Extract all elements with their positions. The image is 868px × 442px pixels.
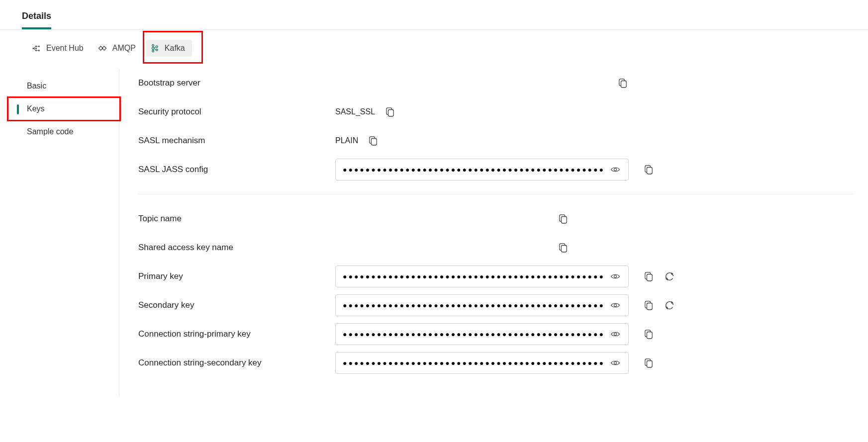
svg-line-19	[154, 49, 156, 50]
svg-rect-21	[621, 81, 626, 88]
row-conn-primary: Connection string-primary key ●●●●●●●●●●…	[138, 320, 853, 349]
svg-rect-2	[35, 48, 37, 49]
label-conn-primary: Connection string-primary key	[138, 329, 335, 339]
tab-details[interactable]: Details	[22, 11, 51, 29]
masked-value: ●●●●●●●●●●●●●●●●●●●●●●●●●●●●●●●●●●●●●●●●…	[343, 301, 604, 309]
eye-icon[interactable]	[609, 357, 621, 369]
svg-line-8	[34, 48, 35, 50]
copy-icon[interactable]	[617, 77, 629, 89]
secret-input-sasl-jass[interactable]: ●●●●●●●●●●●●●●●●●●●●●●●●●●●●●●●●●●●●●●●●…	[335, 159, 629, 180]
side-item-sample-code[interactable]: Sample code	[0, 120, 119, 143]
tab-event-hub-label: Event Hub	[46, 44, 84, 53]
tab-amqp-label: AMQP	[112, 44, 136, 53]
row-shared-access-key-name: Shared access key name	[138, 233, 853, 262]
copy-icon[interactable]	[643, 328, 655, 340]
row-sasl-mechanism: SASL mechanism PLAIN	[138, 126, 853, 155]
svg-point-12	[152, 47, 154, 49]
svg-rect-23	[388, 110, 393, 117]
svg-rect-1	[35, 46, 37, 47]
tab-kafka[interactable]: Kafka	[146, 40, 192, 57]
masked-value: ●●●●●●●●●●●●●●●●●●●●●●●●●●●●●●●●●●●●●●●●…	[343, 166, 604, 174]
refresh-icon[interactable]	[664, 270, 675, 282]
label-shared-access-key-name: Shared access key name	[138, 243, 335, 253]
svg-point-36	[614, 304, 617, 307]
tab-event-hub[interactable]: Event Hub	[27, 40, 91, 57]
side-item-basic[interactable]: Basic	[0, 75, 119, 97]
copy-icon[interactable]	[643, 270, 655, 282]
main-content: Bootstrap server Security protocol SASL_…	[119, 69, 868, 397]
eye-icon[interactable]	[609, 270, 621, 282]
svg-rect-25	[372, 139, 377, 146]
svg-line-6	[34, 46, 35, 48]
masked-value: ●●●●●●●●●●●●●●●●●●●●●●●●●●●●●●●●●●●●●●●●…	[343, 359, 604, 367]
copy-icon[interactable]	[557, 213, 569, 225]
svg-point-26	[614, 169, 617, 171]
value-security-protocol: SASL_SSL	[335, 107, 375, 116]
svg-rect-35	[647, 274, 652, 281]
svg-rect-32	[561, 246, 567, 253]
tab-kafka-label: Kafka	[165, 44, 185, 53]
eye-icon[interactable]	[609, 299, 621, 311]
label-sasl-mechanism: SASL mechanism	[138, 136, 335, 146]
svg-point-14	[156, 46, 158, 48]
side-nav: Basic Keys Sample code	[0, 69, 119, 397]
secret-input-conn-primary[interactable]: ●●●●●●●●●●●●●●●●●●●●●●●●●●●●●●●●●●●●●●●●…	[335, 323, 629, 345]
svg-rect-41	[647, 332, 652, 339]
row-conn-secondary: Connection string-secondary key ●●●●●●●●…	[138, 349, 853, 377]
refresh-icon[interactable]	[664, 299, 675, 311]
svg-rect-44	[647, 361, 652, 368]
section-divider	[138, 194, 853, 194]
masked-value: ●●●●●●●●●●●●●●●●●●●●●●●●●●●●●●●●●●●●●●●●…	[343, 272, 604, 280]
copy-icon[interactable]	[367, 135, 379, 147]
row-primary-key: Primary key ●●●●●●●●●●●●●●●●●●●●●●●●●●●●…	[138, 262, 853, 291]
masked-value: ●●●●●●●●●●●●●●●●●●●●●●●●●●●●●●●●●●●●●●●●…	[343, 330, 604, 338]
label-secondary-key: Secondary key	[138, 300, 335, 310]
eye-icon[interactable]	[609, 328, 621, 340]
secret-input-conn-secondary[interactable]: ●●●●●●●●●●●●●●●●●●●●●●●●●●●●●●●●●●●●●●●●…	[335, 352, 629, 374]
svg-line-18	[154, 47, 156, 48]
event-hub-icon	[31, 43, 41, 53]
row-bootstrap-server: Bootstrap server	[138, 69, 853, 97]
copy-icon[interactable]	[643, 299, 655, 311]
label-conn-secondary: Connection string-secondary key	[138, 358, 335, 368]
svg-point-11	[152, 44, 154, 46]
row-security-protocol: Security protocol SASL_SSL	[138, 97, 853, 126]
svg-rect-3	[35, 50, 37, 51]
svg-point-42	[614, 362, 617, 364]
eye-icon[interactable]	[609, 164, 621, 176]
row-sasl-jass-config: SASL JASS config ●●●●●●●●●●●●●●●●●●●●●●●…	[138, 155, 853, 184]
svg-rect-4	[38, 46, 40, 47]
copy-icon[interactable]	[643, 357, 655, 369]
kafka-icon	[150, 43, 160, 53]
value-sasl-mechanism: PLAIN	[335, 136, 358, 145]
svg-point-33	[614, 275, 617, 278]
svg-rect-5	[38, 50, 40, 51]
label-primary-key: Primary key	[138, 271, 335, 281]
tab-amqp[interactable]: AMQP	[94, 40, 143, 57]
copy-icon[interactable]	[557, 242, 569, 254]
svg-rect-30	[561, 217, 567, 224]
side-item-keys[interactable]: Keys	[0, 97, 119, 120]
label-bootstrap-server: Bootstrap server	[138, 78, 335, 88]
svg-point-15	[156, 49, 158, 51]
svg-rect-0	[33, 48, 34, 49]
svg-point-39	[614, 333, 617, 336]
label-sasl-jass-config: SASL JASS config	[138, 165, 335, 175]
copy-icon[interactable]	[643, 164, 655, 176]
amqp-icon	[97, 43, 107, 53]
svg-rect-28	[647, 168, 652, 175]
label-security-protocol: Security protocol	[138, 107, 335, 117]
label-topic-name: Topic name	[138, 214, 335, 224]
protocol-tabs: Event Hub AMQP Kafka	[0, 30, 868, 69]
row-secondary-key: Secondary key ●●●●●●●●●●●●●●●●●●●●●●●●●●…	[138, 291, 853, 320]
secret-input-secondary-key[interactable]: ●●●●●●●●●●●●●●●●●●●●●●●●●●●●●●●●●●●●●●●●…	[335, 294, 629, 316]
svg-point-13	[152, 50, 154, 52]
svg-rect-38	[647, 303, 652, 310]
top-tabs: Details	[0, 0, 868, 30]
copy-icon[interactable]	[384, 106, 396, 118]
row-topic-name: Topic name	[138, 204, 853, 233]
secret-input-primary-key[interactable]: ●●●●●●●●●●●●●●●●●●●●●●●●●●●●●●●●●●●●●●●●…	[335, 265, 629, 287]
